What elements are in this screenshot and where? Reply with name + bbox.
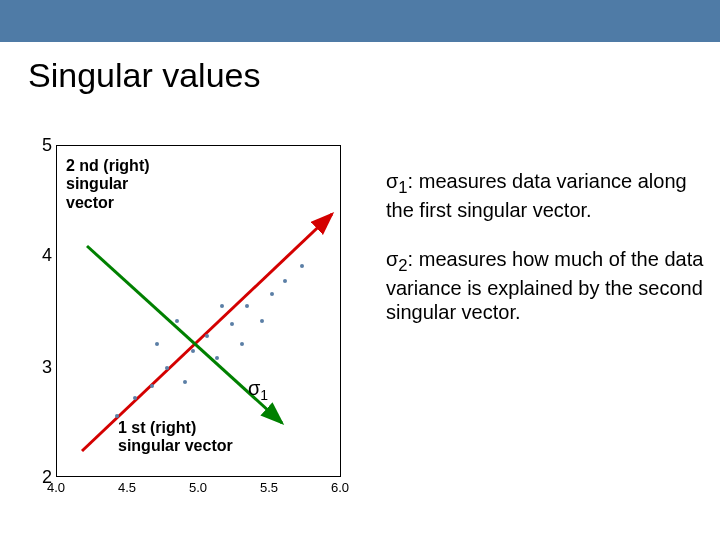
annotation-2nd-vector: 2 nd (right) singular vector [66, 157, 150, 212]
sigma1-desc: : measures data variance along the first… [386, 170, 687, 221]
x-tick: 4.0 [47, 480, 65, 495]
svg-point-5 [191, 349, 195, 353]
svg-point-17 [240, 342, 244, 346]
annotation-1st-vector-text: 1 st (right) singular vector [118, 419, 233, 454]
svg-point-0 [115, 414, 119, 418]
svg-point-15 [175, 319, 179, 323]
svg-point-11 [270, 292, 274, 296]
svg-point-4 [183, 380, 187, 384]
y-tick: 5 [22, 135, 52, 156]
slide-title: Singular values [0, 42, 720, 95]
y-tick: 3 [22, 357, 52, 378]
sigma2-paragraph: σ2: measures how much of the data varian… [386, 247, 706, 325]
svg-point-8 [230, 322, 234, 326]
x-tick: 5.5 [260, 480, 278, 495]
svg-point-16 [220, 304, 224, 308]
sigma-subscript: 1 [398, 178, 407, 197]
sigma1-paragraph: σ1: measures data variance along the fir… [386, 169, 706, 223]
svg-point-13 [300, 264, 304, 268]
svg-point-10 [260, 319, 264, 323]
annotation-2nd-vector-text: 2 nd (right) singular vector [66, 157, 150, 211]
svg-point-1 [133, 396, 137, 400]
svg-point-3 [165, 366, 169, 370]
x-tick: 5.0 [189, 480, 207, 495]
sigma-symbol: σ [248, 377, 260, 399]
svg-point-12 [283, 279, 287, 283]
sigma-symbol: σ [386, 170, 398, 192]
svg-point-14 [155, 342, 159, 346]
explanation-text: σ1: measures data variance along the fir… [386, 169, 706, 325]
svg-point-9 [245, 304, 249, 308]
y-tick: 4 [22, 245, 52, 266]
sigma1-label: σ1 [248, 377, 268, 403]
svg-point-7 [215, 356, 219, 360]
annotation-1st-vector: 1 st (right) singular vector [118, 419, 233, 456]
svg-point-2 [150, 384, 154, 388]
first-singular-vector-arrow [82, 214, 332, 451]
sigma-subscript: 2 [398, 256, 407, 275]
sigma2-desc: : measures how much of the data variance… [386, 248, 703, 324]
x-tick: 6.0 [331, 480, 349, 495]
x-tick: 4.5 [118, 480, 136, 495]
plot: 5 4 3 2 4.0 4.5 5.0 5.5 6.0 2 nd (right)… [18, 135, 368, 495]
sigma-subscript: 1 [260, 387, 268, 403]
sigma-symbol: σ [386, 248, 398, 270]
svg-point-6 [205, 334, 209, 338]
top-band [0, 0, 720, 42]
